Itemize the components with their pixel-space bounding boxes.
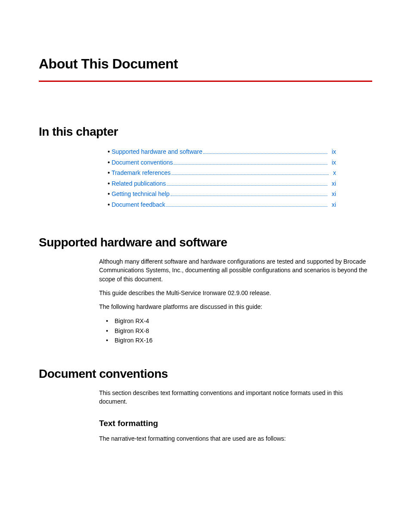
section-body: This section describes text formatting c… — [99, 389, 368, 406]
toc-item: • Trademark references x — [108, 168, 336, 178]
list-item-text: BigIron RX-16 — [115, 336, 153, 345]
bullet-list: • BigIron RX-4 • BigIron RX-8 • BigIron … — [106, 316, 368, 345]
toc-page-number[interactable]: xi — [332, 178, 336, 189]
toc-leader — [166, 206, 327, 207]
heading-document-conventions: Document conventions — [39, 367, 372, 381]
heading-text-formatting: Text formatting — [99, 419, 372, 428]
toc-item: • Supported hardware and software ix — [108, 146, 336, 157]
title-rule — [39, 81, 372, 82]
heading-in-this-chapter: In this chapter — [39, 125, 372, 139]
paragraph: This section describes text formatting c… — [99, 389, 368, 406]
list-item-text: BigIron RX-8 — [115, 326, 149, 336]
list-item: • BigIron RX-16 — [106, 336, 368, 345]
toc-link-trademark-references[interactable]: Trademark references — [112, 168, 171, 178]
bullet-icon: • — [108, 199, 110, 210]
bullet-icon: • — [106, 316, 115, 326]
bullet-icon: • — [108, 157, 110, 168]
bullet-icon: • — [106, 336, 115, 345]
toc-leader — [203, 153, 327, 154]
toc-item: • Related publications xi — [108, 178, 336, 189]
toc-leader — [167, 185, 327, 186]
bullet-icon: • — [108, 168, 110, 178]
bullet-icon: • — [108, 178, 110, 189]
toc-link-getting-technical-help[interactable]: Getting technical help — [112, 189, 170, 199]
paragraph: This guide describes the Multi-Service I… — [99, 289, 368, 297]
toc-link-document-conventions[interactable]: Document conventions — [112, 157, 173, 168]
bullet-icon: • — [108, 189, 110, 199]
toc-leader — [174, 164, 327, 165]
toc-link-document-feedback[interactable]: Document feedback — [112, 199, 165, 210]
toc-page-number[interactable]: x — [333, 168, 336, 178]
toc-leader — [171, 196, 327, 196]
paragraph: The narrative-text formatting convention… — [99, 434, 368, 443]
toc-link-supported-hardware[interactable]: Supported hardware and software — [112, 146, 202, 157]
toc-link-related-publications[interactable]: Related publications — [112, 178, 166, 189]
toc-item: • Getting technical help xi — [108, 189, 336, 199]
toc-page-number[interactable]: ix — [332, 146, 336, 157]
toc-item: • Document conventions ix — [108, 157, 336, 168]
paragraph: Although many different software and har… — [99, 257, 368, 283]
section-body: Although many different software and har… — [99, 257, 368, 345]
paragraph: The following hardware platforms are dis… — [99, 302, 368, 311]
toc-page-number[interactable]: xi — [332, 199, 336, 210]
list-item: • BigIron RX-4 — [106, 316, 368, 326]
toc-list: • Supported hardware and software ix • D… — [108, 146, 372, 210]
section-body: The narrative-text formatting convention… — [99, 434, 368, 443]
toc-page-number[interactable]: ix — [332, 157, 336, 168]
bullet-icon: • — [106, 326, 115, 336]
toc-item: • Document feedback xi — [108, 199, 336, 210]
list-item: • BigIron RX-8 — [106, 326, 368, 336]
list-item-text: BigIron RX-4 — [115, 316, 149, 326]
toc-leader — [171, 174, 329, 175]
toc-page-number[interactable]: xi — [332, 189, 336, 199]
bullet-icon: • — [108, 146, 110, 157]
page-title: About This Document — [39, 56, 372, 72]
heading-supported-hardware: Supported hardware and software — [39, 236, 372, 249]
